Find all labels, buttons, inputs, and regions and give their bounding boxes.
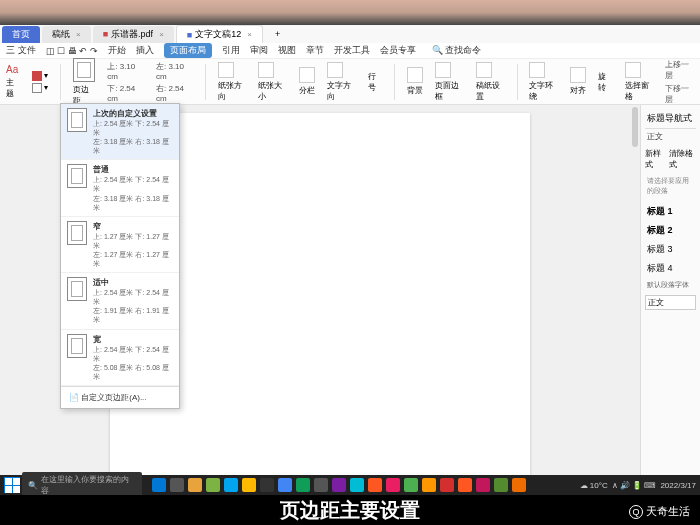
taskbar-app-icon[interactable] — [458, 478, 472, 492]
style-h3[interactable]: 标题 3 — [645, 240, 696, 259]
tab-doc2[interactable]: ■乐谱器.pdf× — [93, 26, 174, 43]
taskbar-app-icon[interactable] — [368, 478, 382, 492]
taskbar-app-icon[interactable] — [170, 478, 184, 492]
menu-dev[interactable]: 开发工具 — [334, 44, 370, 57]
taskbar-app-icon[interactable] — [476, 478, 490, 492]
close-icon[interactable]: × — [159, 30, 164, 39]
taskbar-app-icon[interactable] — [188, 478, 202, 492]
gutter-button[interactable]: 稿纸设置 — [476, 62, 505, 102]
taskbar-app-icon[interactable] — [206, 478, 220, 492]
menu-start[interactable]: 开始 — [108, 44, 126, 57]
size-button[interactable]: 纸张大小 — [258, 62, 287, 102]
menu-ref[interactable]: 引用 — [222, 44, 240, 57]
menu-member[interactable]: 会员专享 — [380, 44, 416, 57]
system-tray[interactable]: ☁ 10°C ∧ 🔊 🔋 ⌨ 2022/3/17 — [580, 481, 696, 490]
document-tabs: 首页 稿纸× ■乐谱器.pdf× ■文字文稿12× + — [0, 25, 700, 43]
margins-dropdown: 上次的自定义设置 上: 2.54 厘米 下: 2.54 厘米左: 3.18 厘米… — [60, 103, 180, 409]
border-button[interactable]: 页面边框 — [435, 62, 464, 102]
windows-taskbar: 🔍 在这里输入你要搜索的内容 ☁ 10°C ∧ 🔊 🔋 ⌨ 2022/3/17 — [0, 475, 700, 495]
text-dir-button[interactable]: 文字方向 — [327, 62, 356, 102]
app-window: 首页 稿纸× ■乐谱器.pdf× ■文字文稿12× + 三 文件 ◫ ☐ 🖶 ↶… — [0, 25, 700, 495]
orientation-button[interactable]: 纸张方向 — [218, 62, 247, 102]
taskbar-app-icon[interactable] — [386, 478, 400, 492]
taskbar-app-icon[interactable] — [332, 478, 346, 492]
taskbar-app-icon[interactable] — [440, 478, 454, 492]
move-down-button[interactable]: 下移一层 — [665, 83, 694, 105]
tab-add[interactable]: + — [265, 27, 290, 41]
vertical-scrollbar[interactable] — [630, 105, 640, 479]
bg-button[interactable]: 背景 — [407, 67, 423, 96]
caption-text: 页边距主要设置 — [280, 497, 420, 524]
search-commands[interactable]: 🔍 查找命令 — [432, 44, 482, 57]
taskbar-app-icon[interactable] — [224, 478, 238, 492]
ribbon: Aa 主题 ▾ ▾ 页边距 上: 3.10 cm 下: 2.54 cm 左: 3… — [0, 59, 700, 105]
video-caption-bar: 页边距主要设置 Q 天奇生活 — [0, 495, 700, 525]
taskbar-app-icon[interactable] — [422, 478, 436, 492]
new-style-button[interactable]: 新样式 — [645, 148, 665, 170]
menu-file[interactable]: 三 文件 — [6, 44, 36, 57]
taskbar-app-icon[interactable] — [314, 478, 328, 492]
close-icon[interactable]: × — [76, 30, 81, 39]
margin-option-last-custom[interactable]: 上次的自定义设置 上: 2.54 厘米 下: 2.54 厘米左: 3.18 厘米… — [61, 104, 179, 160]
margin-option-moderate[interactable]: 适中 上: 2.54 厘米 下: 2.54 厘米左: 1.91 厘米 右: 1.… — [61, 273, 179, 329]
wrap-button[interactable]: 文字环绕 — [529, 62, 558, 102]
taskbar-app-icon[interactable] — [350, 478, 364, 492]
menu-page-layout[interactable]: 页面布局 — [164, 43, 212, 58]
margin-preview-icon — [67, 108, 87, 132]
menu-insert[interactable]: 插入 — [136, 44, 154, 57]
task-icons — [152, 478, 526, 492]
taskbar-app-icon[interactable] — [512, 478, 526, 492]
move-up-button[interactable]: 上移一层 — [665, 59, 694, 81]
taskbar-app-icon[interactable] — [494, 478, 508, 492]
start-button[interactable] — [4, 477, 20, 493]
menu-review[interactable]: 审阅 — [250, 44, 268, 57]
tab-home[interactable]: 首页 — [2, 26, 40, 43]
tab-doc1[interactable]: 稿纸× — [42, 26, 91, 43]
watermark: Q 天奇生活 — [629, 504, 690, 519]
taskbar-app-icon[interactable] — [260, 478, 274, 492]
clear-format-button[interactable]: 清除格式 — [669, 148, 696, 170]
select-pane-button[interactable]: 选择窗格 — [625, 62, 654, 102]
styles-panel: 标题导航式 正文 新样式 清除格式 请选择要应用的段落 标题 1 标题 2 标题… — [640, 105, 700, 479]
tab-doc3-active[interactable]: ■文字文稿12× — [176, 25, 263, 43]
style-h1[interactable]: 标题 1 — [645, 202, 696, 221]
taskbar-app-icon[interactable] — [404, 478, 418, 492]
margins-button[interactable]: 页边距 — [73, 58, 95, 106]
margin-option-custom[interactable]: 📄 自定义页边距(A)... — [61, 386, 179, 408]
columns-button[interactable]: 分栏 — [299, 67, 315, 96]
rotate-button[interactable]: 旋转 — [598, 71, 612, 93]
margin-option-narrow[interactable]: 窄 上: 1.27 厘米 下: 1.27 厘米左: 1.27 厘米 右: 1.2… — [61, 217, 179, 273]
weather-icon[interactable]: ☁ 10°C — [580, 481, 608, 490]
taskbar-app-icon[interactable] — [152, 478, 166, 492]
taskbar-app-icon[interactable] — [242, 478, 256, 492]
taskbar-app-icon[interactable] — [278, 478, 292, 492]
menu-section[interactable]: 章节 — [306, 44, 324, 57]
theme-group[interactable]: Aa 主题 — [6, 64, 20, 99]
menu-view[interactable]: 视图 — [278, 44, 296, 57]
linenum-button[interactable]: 行号 — [368, 71, 382, 93]
watermark-icon: Q — [629, 505, 643, 519]
menu-bar: 三 文件 ◫ ☐ 🖶 ↶ ↷ 开始 插入 页面布局 引用 审阅 视图 章节 开发… — [0, 43, 700, 59]
close-icon[interactable]: × — [247, 30, 252, 39]
panel-title: 标题导航式 — [645, 109, 696, 129]
style-h2[interactable]: 标题 2 — [645, 221, 696, 240]
style-body[interactable]: 正文 — [645, 129, 696, 144]
style-h4[interactable]: 标题 4 — [645, 259, 696, 278]
margin-option-wide[interactable]: 宽 上: 2.54 厘米 下: 2.54 厘米左: 5.08 厘米 右: 5.0… — [61, 330, 179, 386]
style-input[interactable] — [645, 295, 696, 310]
margins-icon — [73, 58, 95, 82]
margin-option-normal[interactable]: 普通 上: 2.54 厘米 下: 2.54 厘米左: 3.18 厘米 右: 3.… — [61, 160, 179, 216]
align-button[interactable]: 对齐 — [570, 67, 586, 96]
taskbar-app-icon[interactable] — [296, 478, 310, 492]
